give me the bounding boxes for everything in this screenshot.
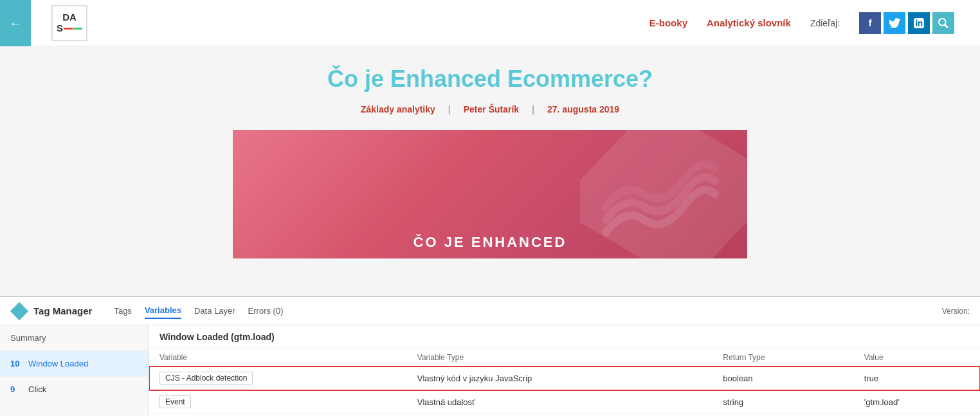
- sidebar-item-summary[interactable]: Summary: [0, 325, 149, 351]
- article-meta: Základy analytiky | Peter Šutarík | 27. …: [13, 104, 967, 114]
- sidebar-item-label-1: Window Loaded: [28, 359, 88, 368]
- website-area: ← DAS E-booky Analytický slovník Zdieľaj…: [0, 0, 980, 296]
- col-header-return: Return Type: [712, 349, 854, 366]
- article-title: Čo je Enhanced Ecommerce?: [13, 66, 967, 93]
- sidebar-item-window-loaded[interactable]: 10 Window Loaded: [0, 351, 149, 377]
- table-row[interactable]: Event Vlastná udalosť string 'gtm.load': [149, 390, 980, 414]
- article-category: Základy analytiky: [361, 104, 435, 114]
- wave-decoration: [593, 143, 721, 246]
- gtm-logo: Tag Manager: [10, 302, 92, 320]
- sidebar-item-number-2: 9: [10, 384, 23, 394]
- social-icons: f: [859, 12, 954, 34]
- variable-badge-2: Event: [159, 395, 191, 408]
- gtm-sidebar: Summary 10 Window Loaded 9 Click: [0, 325, 149, 416]
- logo-area: DAS: [51, 5, 87, 41]
- gtm-diamond-icon: [10, 302, 28, 320]
- col-header-value: Value: [854, 349, 980, 366]
- gtm-panel: Tag Manager Tags Variables Data Layer Er…: [0, 296, 980, 416]
- cell-variable-1: CJS - Adblock detection: [149, 366, 407, 390]
- sidebar-item-click[interactable]: 9 Click: [0, 377, 149, 402]
- site-logo: DAS: [51, 5, 87, 41]
- article-author: Peter Šutarík: [464, 104, 519, 114]
- meta-sep-2: |: [532, 104, 534, 114]
- tab-errors[interactable]: Errors (0): [248, 303, 284, 318]
- gtm-tabs: Tags Variables Data Layer Errors (0): [114, 303, 283, 319]
- cell-return-2: string: [712, 390, 854, 414]
- col-header-variable: Variable: [149, 349, 407, 366]
- site-header: ← DAS E-booky Analytický slovník Zdieľaj…: [0, 0, 980, 46]
- variables-table: Variable Variable Type Return Type Value…: [149, 349, 980, 414]
- cell-value-2: 'gtm.load': [854, 390, 980, 414]
- col-header-type: Variable Type: [407, 349, 713, 366]
- gtm-header: Tag Manager Tags Variables Data Layer Er…: [0, 297, 980, 325]
- linkedin-button[interactable]: [908, 12, 930, 34]
- search-button[interactable]: [932, 12, 954, 34]
- tab-tags[interactable]: Tags: [114, 303, 131, 318]
- meta-sep-1: |: [448, 104, 451, 114]
- article-date: 27. augusta 2019: [547, 104, 619, 114]
- tab-data-layer[interactable]: Data Layer: [194, 303, 235, 318]
- facebook-button[interactable]: f: [859, 12, 881, 34]
- cell-type-1: Vlastný kód v jazyku JavaScrip: [407, 366, 713, 390]
- cell-type-2: Vlastná udalosť: [407, 390, 713, 414]
- ebooks-link[interactable]: E-booky: [649, 17, 687, 28]
- gtm-title-label: Tag Manager: [33, 305, 92, 316]
- hero-image: ČO JE ENHANCED: [233, 130, 747, 258]
- sidebar-item-label-2: Click: [28, 384, 46, 394]
- twitter-button[interactable]: [884, 12, 905, 34]
- sidebar-item-number-1: 10: [10, 359, 23, 368]
- event-title: Window Loaded (gtm.load): [149, 325, 980, 349]
- nav-links: E-booky Analytický slovník Zdieľaj: f: [649, 12, 954, 34]
- gtm-version: Version:: [942, 307, 970, 316]
- table-header-row: Variable Variable Type Return Type Value: [149, 349, 980, 366]
- table-row[interactable]: CJS - Adblock detection Vlastný kód v ja…: [149, 366, 980, 390]
- back-button[interactable]: ←: [0, 0, 31, 46]
- cell-return-1: boolean: [712, 366, 854, 390]
- cell-variable-2: Event: [149, 390, 407, 414]
- share-label: Zdieľaj:: [810, 18, 840, 28]
- variable-badge-1: CJS - Adblock detection: [159, 372, 253, 384]
- gtm-main: Window Loaded (gtm.load) Variable Variab…: [149, 325, 980, 416]
- tab-variables[interactable]: Variables: [145, 303, 181, 319]
- gtm-body: Summary 10 Window Loaded 9 Click Window …: [0, 325, 980, 416]
- dictionary-link[interactable]: Analytický slovník: [707, 17, 791, 28]
- article-content: Čo je Enhanced Ecommerce? Základy analyt…: [0, 46, 980, 271]
- hero-text: ČO JE ENHANCED: [413, 234, 567, 251]
- cell-value-1: true: [854, 366, 980, 390]
